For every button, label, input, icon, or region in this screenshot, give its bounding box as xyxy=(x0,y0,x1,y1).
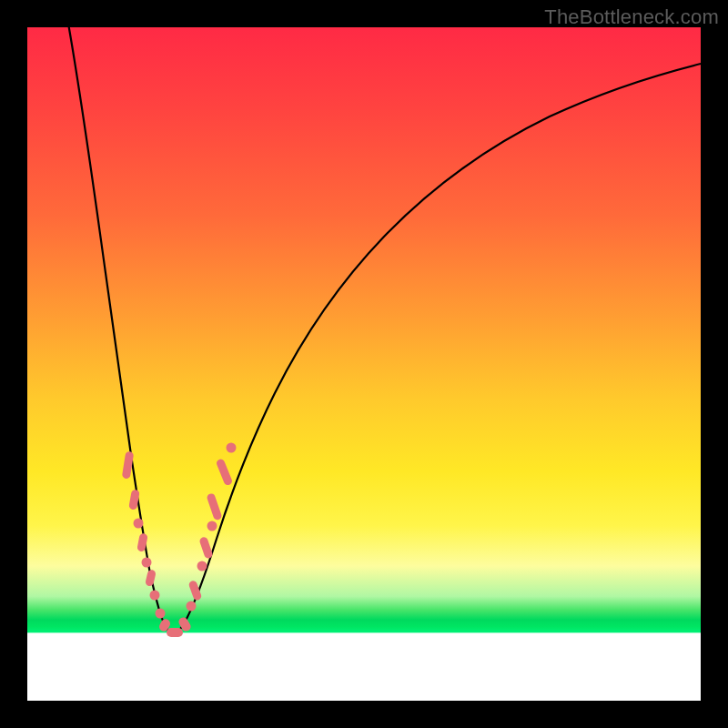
marker-dot xyxy=(227,443,237,453)
marker-dot xyxy=(150,591,160,601)
chart-frame: TheBottleneck.com xyxy=(0,0,728,728)
marker-dot xyxy=(142,558,152,568)
marker-dot xyxy=(197,561,207,571)
curve-layer xyxy=(27,27,701,701)
marker-dot xyxy=(145,569,157,587)
marker-dot xyxy=(167,628,183,637)
marker-dot xyxy=(198,536,213,560)
marker-dot xyxy=(187,602,197,612)
marker-dot xyxy=(134,519,144,529)
plot-area xyxy=(27,27,701,701)
marker-dot xyxy=(216,458,234,486)
marker-group xyxy=(122,443,237,638)
marker-dot xyxy=(156,609,166,619)
marker-dot xyxy=(187,580,202,602)
watermark-text: TheBottleneck.com xyxy=(544,5,719,29)
bottleneck-curve xyxy=(67,18,701,633)
marker-dot xyxy=(207,521,217,531)
marker-dot xyxy=(206,492,222,521)
